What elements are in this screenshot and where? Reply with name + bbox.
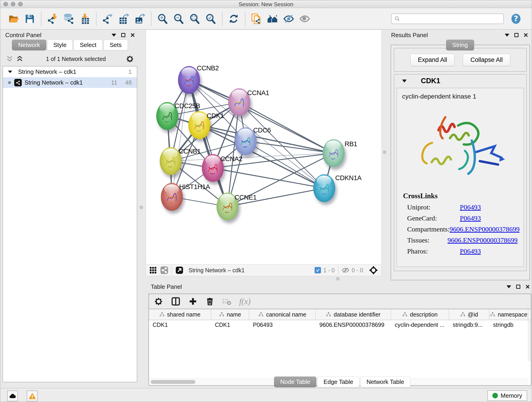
tab-network[interactable]: Network (12, 40, 46, 51)
center-view-crosshair-icon[interactable] (369, 265, 378, 275)
refresh-view-button[interactable] (227, 12, 240, 26)
zoom-selected-button[interactable] (204, 12, 217, 26)
table-cell[interactable]: cyclin-dependent ... (391, 320, 449, 330)
tab-style[interactable]: Style (47, 40, 73, 51)
horizontal-splitter-handle[interactable] (336, 277, 340, 281)
crosslink-link[interactable]: 9606.ENSP00000378699 (447, 236, 518, 244)
gear-icon[interactable] (126, 55, 134, 63)
function-builder-icon[interactable]: f(x) (239, 297, 251, 306)
crosslink-link[interactable]: P06493 (460, 214, 481, 222)
delete-table-icon[interactable] (222, 297, 231, 306)
scrollbar-thumb[interactable] (151, 380, 196, 384)
table-cell[interactable]: P06493 (249, 320, 316, 330)
open-session-button[interactable] (7, 12, 20, 26)
share-view-icon[interactable] (160, 266, 168, 274)
tree-expander-icon[interactable] (8, 70, 12, 73)
crosslink-label: Compartments: (407, 225, 450, 233)
column-header-shared-name[interactable]: shared name (149, 309, 211, 320)
network-view-canvas[interactable]: CCNB2CCNA1CDC25BCDK1CDC6RB1CCNB1CCNA2CDK… (146, 30, 382, 264)
crosslink-link[interactable]: 9606.ENSP00000378699 (450, 225, 520, 233)
close-panel-icon[interactable] (524, 33, 528, 37)
collapse-all-icon[interactable] (6, 56, 13, 62)
expand-all-button[interactable]: Expand All (410, 54, 455, 66)
network-node-CCNB1[interactable] (160, 147, 182, 175)
expand-all-icon[interactable] (16, 56, 24, 62)
window-title: Session: New Session (0, 1, 532, 7)
tab-sets[interactable]: Sets (104, 40, 128, 51)
save-session-button[interactable] (23, 12, 36, 26)
crosslink-link[interactable]: P06493 (460, 247, 481, 255)
float-panel-icon[interactable] (516, 285, 520, 289)
left-splitter-handle[interactable] (139, 206, 143, 209)
panel-menu-icon[interactable] (505, 34, 509, 37)
table-cell[interactable]: CDK1 (149, 320, 211, 330)
tab-select[interactable]: Select (74, 40, 102, 51)
import-network-from-database-button[interactable] (62, 12, 75, 26)
column-header-namespace[interactable]: namespace (489, 309, 528, 320)
export-network-button[interactable] (101, 12, 114, 26)
network-node-CDKN1A[interactable] (313, 174, 335, 202)
control-panel-tabs: NetworkStyleSelectSets (2, 40, 137, 51)
table-row[interactable]: CDK1CDK1P064939606.ENSP00000378699cyclin… (149, 320, 531, 330)
table-cell[interactable]: stringdb (489, 320, 528, 330)
edge-CDC6-RB1[interactable] (246, 141, 334, 153)
hide-selected-button[interactable] (282, 12, 295, 26)
column-header-canonical-name[interactable]: canonical name (249, 309, 316, 320)
import-network-from-file-button[interactable] (46, 12, 59, 26)
show-all-button[interactable] (298, 12, 311, 26)
float-panel-icon[interactable] (121, 33, 125, 37)
column-header-description[interactable]: description (391, 309, 449, 320)
first-neighbors-button[interactable] (266, 12, 279, 26)
crosslink-label: GeneCard: (407, 214, 460, 222)
entry-expander-icon[interactable] (402, 80, 407, 83)
toolbar-separator (222, 12, 222, 26)
zoom-fit-button[interactable] (188, 12, 201, 26)
memory-button[interactable]: Memory (487, 390, 527, 401)
table-cell[interactable]: 9606.ENSP00000378699 (316, 320, 391, 330)
selected-counts: 1 - 0 (323, 267, 335, 274)
selected-checkbox-icon[interactable] (315, 267, 321, 274)
node-label-CCNB2: CCNB2 (197, 64, 219, 72)
table-cell[interactable]: CDK1 (211, 320, 249, 330)
panel-menu-icon[interactable] (507, 285, 511, 288)
detach-view-icon[interactable] (175, 266, 184, 274)
panel-menu-icon[interactable] (112, 34, 116, 37)
search-input[interactable] (403, 16, 500, 22)
cloud-status-button[interactable] (7, 390, 18, 401)
results-tab-string[interactable]: String (446, 40, 474, 51)
network-collection-row[interactable]: String Network – cdk1 1 (3, 66, 137, 77)
tab-edge-table[interactable]: Edge Table (317, 376, 360, 387)
warnings-button[interactable] (27, 390, 38, 401)
vertical-scrollbar[interactable] (528, 320, 531, 361)
column-header-name[interactable]: name (211, 309, 249, 320)
collapse-all-button[interactable]: Collapse All (463, 54, 510, 66)
export-table-button[interactable] (117, 12, 130, 26)
table-cell[interactable]: stringdb:9... (449, 320, 489, 330)
add-column-icon[interactable] (188, 297, 197, 306)
float-panel-icon[interactable] (514, 33, 519, 37)
tab-node-table[interactable]: Node Table (274, 376, 317, 387)
zoom-out-button[interactable] (172, 12, 185, 26)
zoom-in-button[interactable] (156, 12, 169, 26)
network-row[interactable]: String Network – cdk1 11 48 (3, 77, 137, 88)
tab-network-table[interactable]: Network Table (360, 376, 410, 387)
column-header-database-identifier[interactable]: database identifier (316, 309, 391, 320)
import-table-from-file-button[interactable] (78, 12, 91, 26)
network-node-RB1[interactable] (323, 139, 345, 167)
help-button[interactable]: ? (510, 13, 522, 25)
network-edge-count: 48 (125, 79, 132, 86)
right-splitter-handle[interactable] (383, 150, 386, 154)
column-header--id[interactable]: @id (449, 309, 489, 320)
delete-column-trash-icon[interactable] (205, 297, 215, 306)
clone-network-button[interactable] (250, 12, 263, 26)
birdseye-grid-icon[interactable] (149, 266, 157, 274)
crosslink-link[interactable]: P06493 (460, 203, 481, 211)
export-image-button[interactable] (133, 12, 146, 26)
close-panel-icon[interactable] (130, 33, 135, 37)
svg-text:?: ? (514, 14, 518, 23)
table-gear-icon[interactable] (154, 297, 163, 306)
network-node-CCNA1[interactable] (228, 88, 250, 116)
show-columns-icon[interactable] (171, 297, 181, 306)
close-panel-icon[interactable] (525, 284, 530, 289)
network-type-icon (14, 79, 22, 86)
